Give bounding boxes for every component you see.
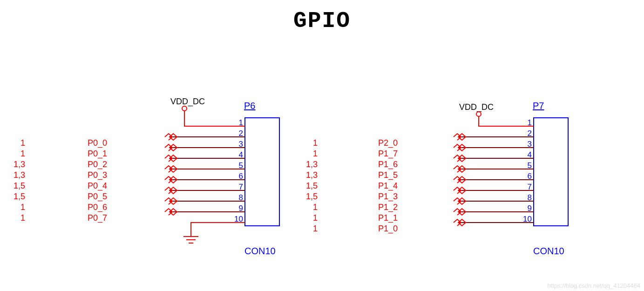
sig-cell: P1_2 — [378, 202, 398, 213]
sig-cell: P1_5 — [378, 170, 398, 181]
connector-p6: VDD_DC P6 CON10 1 2 3 4 5 6 7 8 9 10 — [163, 93, 279, 256]
idx-cell: 1 — [4, 138, 25, 149]
sig-cell: P0_0 — [88, 138, 107, 149]
sig-cell: P0_1 — [88, 149, 107, 159]
sig-cell: P1_7 — [378, 149, 398, 159]
connector-wires-icon — [163, 93, 284, 256]
idx-cell: 1,5 — [296, 181, 318, 191]
sig-cell: P0_2 — [88, 159, 107, 170]
sig-cell: P0_7 — [88, 213, 107, 223]
idx-cell: 1 — [296, 202, 318, 213]
left-signal-column: P0_0 P0_1 P0_2 P0_3 P0_4 P0_5 P0_6 P0_7 — [88, 138, 107, 223]
page-title: GPIO — [0, 8, 644, 34]
sig-cell: P1_4 — [378, 181, 398, 191]
idx-cell: 1 — [4, 213, 25, 223]
watermark-text: https://blog.csdn.net/qq_41204464 — [548, 282, 641, 289]
idx-cell: 1 — [4, 202, 25, 213]
right-signal-column: P2_0 P1_7 P1_6 P1_5 P1_4 P1_3 P1_2 P1_1 … — [378, 138, 398, 234]
svg-point-4 — [476, 112, 481, 116]
sig-cell: P0_4 — [88, 181, 107, 191]
idx-cell: 1,5 — [4, 181, 25, 191]
idx-cell: 1 — [296, 223, 318, 234]
idx-cell: 1,5 — [4, 191, 25, 202]
idx-cell: 1,3 — [4, 170, 25, 181]
connector-p7: VDD_DC P7 CON10 1 2 3 4 5 6 7 8 9 10 — [452, 93, 568, 256]
sig-cell: P0_3 — [88, 170, 107, 181]
connector-wires-icon — [452, 93, 573, 256]
left-index-column: 1 1 1,3 1,3 1,5 1,5 1 1 — [4, 138, 25, 223]
idx-cell: 1,5 — [296, 191, 318, 202]
idx-cell: 1 — [4, 149, 25, 159]
sig-cell: P0_5 — [88, 191, 107, 202]
svg-point-0 — [182, 106, 187, 111]
idx-cell: 1,3 — [296, 159, 318, 170]
idx-cell: 1 — [296, 213, 318, 223]
sig-cell: P2_0 — [378, 138, 398, 149]
idx-cell: 1,3 — [296, 170, 318, 181]
idx-cell: 1,3 — [4, 159, 25, 170]
sig-cell: P1_0 — [378, 223, 398, 234]
sig-cell: P1_6 — [378, 159, 398, 170]
sig-cell: P1_1 — [378, 213, 398, 223]
sig-cell: P0_6 — [88, 202, 107, 213]
idx-cell: 1 — [296, 138, 318, 149]
right-index-column: 1 1 1,3 1,3 1,5 1,5 1 1 1 — [296, 138, 318, 234]
sig-cell: P1_3 — [378, 191, 398, 202]
idx-cell: 1 — [296, 149, 318, 159]
